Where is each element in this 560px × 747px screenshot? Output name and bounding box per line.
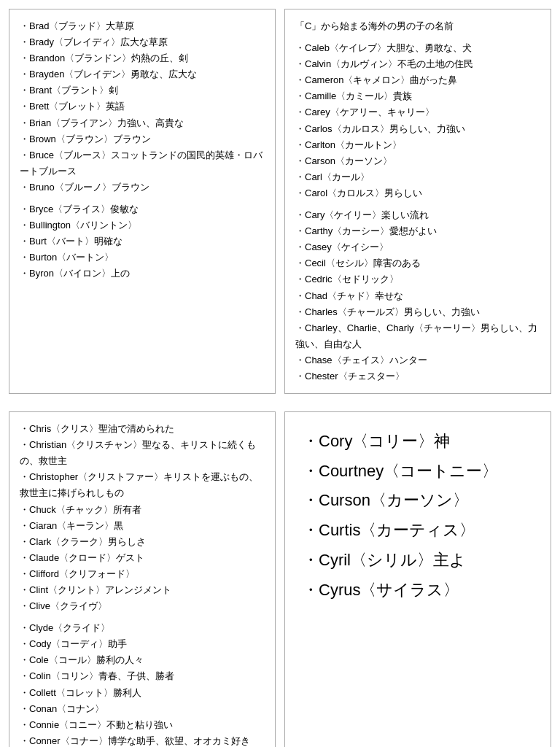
list-item: Cody〈コーディ〉助手: [20, 636, 265, 652]
bottom-row: Chris〈クリス〉聖油で清められたChristian〈クリスチャン〉聖なる、キ…: [9, 411, 551, 747]
list-item: Bruno〈ブルーノ〉ブラウン: [20, 179, 265, 196]
page: Brad〈ブラッド〉大草原Brady〈ブレイディ〉広大な草原Brandon〈ブラ…: [0, 0, 560, 747]
list-item: Claude〈クロード〉ゲスト: [20, 550, 265, 566]
list-item: Carey〈ケアリー、キャリー〉: [295, 104, 540, 120]
list-item: Bruce〈ブルース〉スコットランドの国民的英雄・ロバートブルース: [20, 147, 265, 179]
list-item: Charles〈チャールズ〉男らしい、力強い: [295, 304, 540, 320]
list-item: Carson〈カーソン〉: [295, 153, 540, 169]
list-item: Clint〈クリント〉アレンジメント: [20, 582, 265, 598]
list-item: Cyril〈シリル〉主よ: [303, 546, 533, 576]
list-item: Bryce〈ブライス〉俊敏な: [20, 201, 265, 217]
list-item: Brett〈ブレット〉英語: [20, 98, 265, 115]
c-names-large-list: Cory〈コリー〉神Courtney〈コートニー〉Curson〈カーソン〉Cur…: [303, 427, 533, 605]
list-item: Cole〈コール〉勝利の人々: [20, 652, 265, 668]
list-item: Ciaran〈キーラン〉黒: [20, 518, 265, 534]
c-names-list-1: Caleb〈ケイレブ〉大胆な、勇敢な、犬Calvin〈カルヴィン〉不毛の土地の住…: [295, 40, 540, 201]
card-c-title: 「C」から始まる海外の男の子の名前: [295, 18, 540, 34]
list-item: Chuck〈チャック〉所有者: [20, 502, 265, 518]
main-grid: Brad〈ブラッド〉大草原Brady〈ブレイディ〉広大な草原Brandon〈ブラ…: [9, 9, 551, 403]
list-item: Charley、Charlie、Charly〈チャーリー〉男らしい、力強い、自由…: [295, 320, 540, 352]
list-item: Curson〈カーソン〉: [303, 486, 533, 516]
card-b-names: Brad〈ブラッド〉大草原Brady〈ブレイディ〉広大な草原Brandon〈ブラ…: [9, 9, 276, 394]
list-item: Carlton〈カールトン〉: [295, 137, 540, 153]
list-item: Carol〈カロルス〉男らしい: [295, 185, 540, 201]
c-names-list-2: Cary〈ケイリー〉楽しい流れCarthy〈カーシー〉愛想がよいCasey〈ケイ…: [295, 207, 540, 384]
list-item: Collett〈コレット〉勝利人: [20, 685, 265, 701]
list-item: Colin〈コリン〉青春、子供、勝者: [20, 668, 265, 684]
list-item: Cecil〈セシル〉障害のある: [295, 255, 540, 271]
card-c-names-top: 「C」から始まる海外の男の子の名前 Caleb〈ケイレブ〉大胆な、勇敢な、犬Ca…: [284, 9, 551, 394]
list-item: Camille〈カミール〉貴族: [295, 88, 540, 104]
list-item: Brian〈ブライアン〉力強い、高貴な: [20, 115, 265, 131]
b-names-list-2: Bryce〈ブライス〉俊敏なBullington〈バリントン〉Burt〈バート〉…: [20, 201, 265, 282]
list-item: Cyrus〈サイラス〉: [303, 576, 533, 605]
list-item: Brady〈ブレイディ〉広大な草原: [20, 34, 265, 50]
list-item: Cedric〈セドリック〉: [295, 271, 540, 287]
list-item: Burt〈バート〉明確な: [20, 233, 265, 249]
list-item: Byron〈バイロン〉上の: [20, 266, 265, 282]
list-item: Christopher〈クリストファー〉キリストを運ぶもの、救世主に捧げられしも…: [20, 469, 265, 501]
list-item: Caleb〈ケイレブ〉大胆な、勇敢な、犬: [295, 40, 540, 56]
list-item: Clifford〈クリフォード〉: [20, 566, 265, 582]
list-item: Burton〈バートン〉: [20, 249, 265, 266]
list-item: Cory〈コリー〉神: [303, 427, 533, 457]
list-item: Chris〈クリス〉聖油で清められた: [20, 421, 265, 437]
list-item: Brad〈ブラッド〉大草原: [20, 18, 265, 34]
list-item: Chester〈チェスター〉: [295, 368, 540, 384]
list-item: Carl〈カール〉: [295, 169, 540, 185]
list-item: Carlos〈カルロス〉男らしい、力強い: [295, 121, 540, 137]
list-item: Bullington〈バリントン〉: [20, 217, 265, 233]
list-item: Cameron〈キャメロン〉曲がった鼻: [295, 72, 540, 88]
list-item: Clark〈クラーク〉男らしさ: [20, 534, 265, 550]
b-names-list-1: Brad〈ブラッド〉大草原Brady〈ブレイディ〉広大な草原Brandon〈ブラ…: [20, 18, 265, 196]
list-item: Clyde〈クライド〉: [20, 620, 265, 636]
c-names-list-4: Clyde〈クライド〉Cody〈コーディ〉助手Cole〈コール〉勝利の人々Col…: [20, 620, 265, 747]
list-item: Carthy〈カーシー〉愛想がよい: [295, 223, 540, 239]
list-item: Brown〈ブラウン〉ブラウン: [20, 131, 265, 147]
list-item: Casey〈ケイシー〉: [295, 239, 540, 255]
list-item: Curtis〈カーティス〉: [303, 516, 533, 546]
list-item: Courtney〈コートニー〉: [303, 457, 533, 487]
list-item: Cary〈ケイリー〉楽しい流れ: [295, 207, 540, 223]
list-item: Chase〈チェイス〉ハンター: [295, 352, 540, 368]
list-item: Chad〈チャド〉幸せな: [295, 288, 540, 304]
list-item: Connie〈コニー〉不動と粘り強い: [20, 717, 265, 733]
card-c-names-bottom-left: Chris〈クリス〉聖油で清められたChristian〈クリスチャン〉聖なる、キ…: [9, 411, 276, 747]
list-item: Brandon〈ブランドン〉灼熱の丘、剣: [20, 50, 265, 66]
card-c-names-large: Cory〈コリー〉神Courtney〈コートニー〉Curson〈カーソン〉Cur…: [284, 411, 551, 747]
list-item: Calvin〈カルヴィン〉不毛の土地の住民: [295, 56, 540, 72]
list-item: Clive〈クライヴ〉: [20, 598, 265, 614]
list-item: Christian〈クリスチャン〉聖なる、キリストに続くもの、救世主: [20, 437, 265, 469]
list-item: Brayden〈ブレイデン〉勇敢な、広大な: [20, 66, 265, 82]
list-item: Conner〈コナー〉博学な助手、欲望、オオカミ好き: [20, 733, 265, 747]
list-item: Conan〈コナン〉: [20, 701, 265, 717]
list-item: Brant〈ブラント〉剣: [20, 82, 265, 98]
c-names-list-3: Chris〈クリス〉聖油で清められたChristian〈クリスチャン〉聖なる、キ…: [20, 421, 265, 614]
